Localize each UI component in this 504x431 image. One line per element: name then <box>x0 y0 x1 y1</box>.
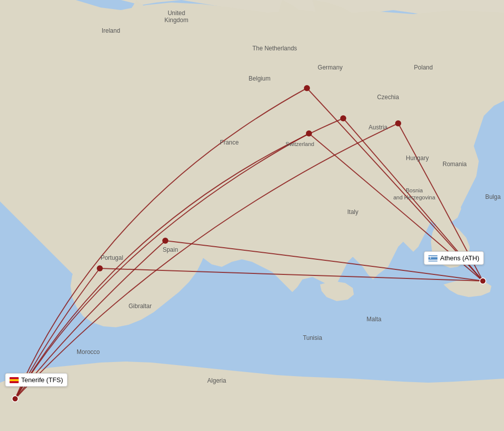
waypoint-madrid <box>162 238 168 244</box>
label-malta: Malta <box>366 316 382 323</box>
waypoint-frankfurt <box>304 85 310 91</box>
athens-dot <box>480 278 486 284</box>
label-netherlands: The Netherlands <box>253 45 297 52</box>
label-tunisia: Tunisia <box>303 334 323 341</box>
label-romania: Romania <box>443 161 467 168</box>
waypoint-lisbon <box>97 265 103 271</box>
label-czechia: Czechia <box>377 94 399 101</box>
label-uk2: Kingdom <box>164 17 188 24</box>
label-switzerland: Switzerland <box>286 141 314 147</box>
label-poland: Poland <box>414 64 432 71</box>
greece-flag <box>428 255 437 261</box>
label-france: France <box>220 139 239 146</box>
waypoint-zurich <box>306 130 312 136</box>
label-morocco: Morocco <box>77 348 100 355</box>
label-algeria: Algeria <box>207 377 226 384</box>
spain-flag <box>10 377 19 383</box>
tenerife-dot <box>12 396 18 402</box>
label-portugal: Portugal <box>101 254 123 261</box>
label-gibraltar: Gibraltar <box>129 303 152 310</box>
label-ireland: Ireland <box>102 27 120 34</box>
label-belgium: Belgium <box>248 75 270 82</box>
label-uk: United <box>168 10 185 17</box>
waypoint-munich <box>340 115 346 121</box>
tenerife-text: Tenerife (TFS) <box>21 376 63 384</box>
label-hungary: Hungary <box>406 155 428 162</box>
athens-label: Athens (ATH) <box>424 251 484 265</box>
label-bosnia2: and Herzegovina <box>393 194 435 200</box>
label-italy: Italy <box>347 208 358 216</box>
map-container: United Kingdom Ireland The Netherlands G… <box>0 0 504 431</box>
label-germany: Germany <box>318 64 342 71</box>
map-svg: United Kingdom Ireland The Netherlands G… <box>0 0 504 431</box>
waypoint-vienna <box>395 120 401 126</box>
label-bulga: Bulga <box>485 193 501 200</box>
athens-text: Athens (ATH) <box>440 254 479 262</box>
label-austria: Austria <box>368 124 388 131</box>
tenerife-label: Tenerife (TFS) <box>5 373 68 387</box>
label-bosnia1: Bosnia <box>406 187 423 193</box>
label-spain: Spain <box>163 246 178 253</box>
